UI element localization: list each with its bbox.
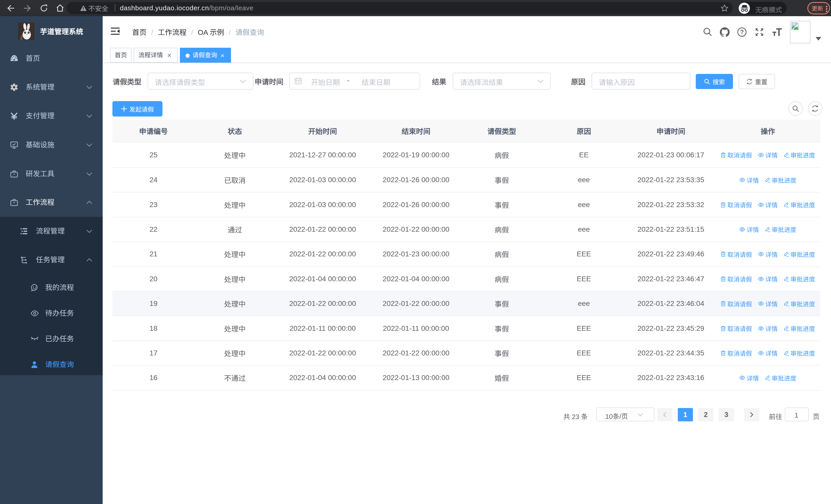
svg-text:?: ? xyxy=(740,29,744,35)
